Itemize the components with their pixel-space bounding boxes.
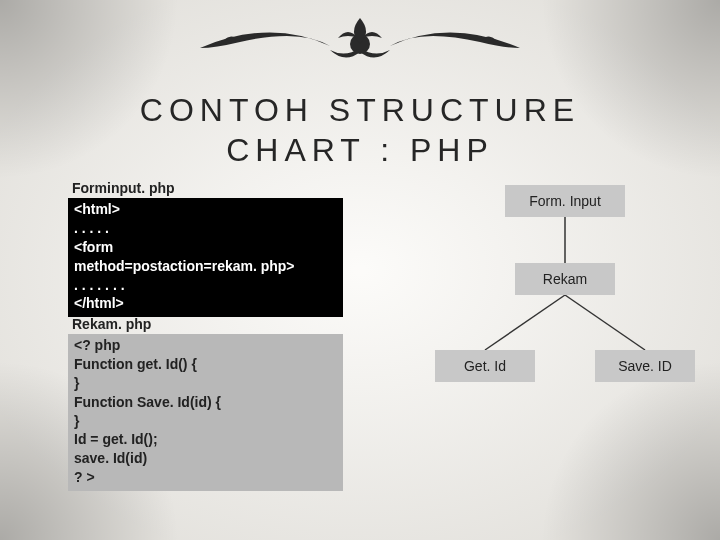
code-file1-label: Forminput. php [72,180,175,196]
chart-node-root: Form. Input [505,185,625,217]
chart-node-leaf-left: Get. Id [435,350,535,382]
svg-line-2 [485,295,565,350]
decorative-flourish-icon [180,8,540,78]
chart-node-leaf-left-label: Get. Id [464,358,506,374]
chart-node-mid-label: Rekam [543,271,587,287]
code-block-1: <html> . . . . . <form method=postaction… [68,198,343,317]
slide-title: CONTOH STRUCTURE CHART : PHP [0,90,720,170]
chart-node-root-label: Form. Input [529,193,601,209]
title-line-2: CHART : PHP [226,132,494,168]
title-line-1: CONTOH STRUCTURE [140,92,580,128]
code-block-2: <? php Function get. Id() { } Function S… [68,334,343,491]
chart-node-leaf-right: Save. ID [595,350,695,382]
chart-node-mid: Rekam [515,263,615,295]
chart-node-leaf-right-label: Save. ID [618,358,672,374]
chart-connectors [420,185,710,445]
svg-point-0 [350,34,370,54]
svg-line-3 [565,295,645,350]
code-file2-label: Rekam. php [72,316,151,332]
structure-chart: Form. Input Rekam Get. Id Save. ID [420,185,710,445]
